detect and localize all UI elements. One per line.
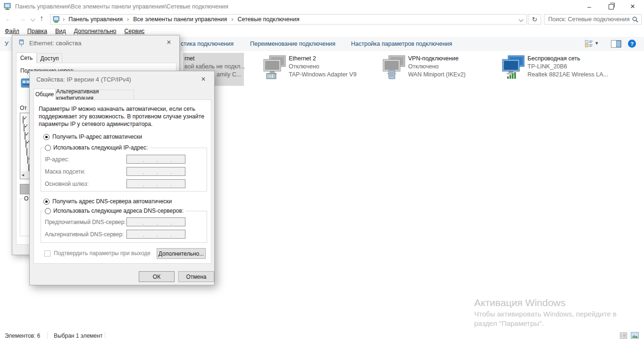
menu-file[interactable]: Файл bbox=[5, 28, 19, 34]
connection-status-fragment: вой кабель не подкл... bbox=[184, 63, 245, 70]
details-view-icon[interactable] bbox=[620, 333, 627, 339]
validate-label: Подтвердить параметры при выходе bbox=[54, 250, 151, 257]
tab-alternate-configuration[interactable]: Альтернативная конфигурация bbox=[56, 90, 134, 100]
connection-item-wireless[interactable]: Беспроводная сеть TP-LINK_20B6 Realtek 8… bbox=[501, 53, 614, 86]
manual-ip-radio[interactable] bbox=[45, 145, 51, 151]
auto-dns-label: Получить адрес DNS-сервера автоматически bbox=[52, 198, 172, 205]
large-icons-view-icon[interactable] bbox=[631, 332, 639, 339]
advanced-button[interactable]: Дополнительно... bbox=[157, 248, 206, 259]
refresh-button[interactable]: ↻ bbox=[528, 14, 541, 25]
cancel-button[interactable]: Отмена bbox=[178, 271, 214, 282]
server-icon bbox=[389, 70, 395, 79]
component-checkbox[interactable] bbox=[25, 132, 25, 140]
tab-network[interactable]: Сеть bbox=[16, 52, 37, 63]
breadcrumb-separator: › bbox=[231, 16, 233, 23]
octet-dot: . bbox=[157, 232, 158, 238]
minimize-icon: – bbox=[587, 3, 591, 10]
connection-device: Realtek 8821AE Wireless LA... bbox=[527, 71, 608, 78]
app-icon bbox=[4, 3, 11, 10]
octet-dot: . bbox=[170, 157, 172, 163]
octet-dot: . bbox=[157, 220, 158, 225]
ethernet-plug-icon bbox=[18, 39, 25, 47]
breadcrumb-network-connections[interactable]: Сетевые подключения bbox=[237, 16, 299, 23]
close-icon: × bbox=[201, 75, 205, 83]
refresh-icon: ↻ bbox=[532, 16, 537, 23]
status-bar: Элементов: 6 Выбран 1 элемент bbox=[0, 330, 644, 341]
dialog-close-button[interactable]: × bbox=[160, 35, 177, 50]
search-box[interactable] bbox=[544, 14, 642, 25]
validate-checkbox bbox=[44, 250, 50, 257]
menu-tools[interactable]: Сервис bbox=[125, 28, 145, 34]
toolbar-diagnose-fragment[interactable]: стика подключения bbox=[181, 41, 234, 47]
manual-dns-radio[interactable] bbox=[45, 208, 51, 214]
minimize-button[interactable]: – bbox=[578, 0, 600, 13]
tab-label: Общие bbox=[35, 91, 54, 98]
forward-button[interactable]: → bbox=[19, 15, 26, 23]
maximize-button[interactable] bbox=[600, 0, 622, 13]
auto-ip-radio-row[interactable]: Получить IP-адрес автоматически bbox=[43, 133, 142, 140]
ip-address-field: ... bbox=[126, 155, 185, 164]
menu-bar: Файл Правка Вид Дополнительно Сервис bbox=[5, 28, 144, 34]
preferred-dns-field: ... bbox=[126, 217, 185, 226]
octet-dot: . bbox=[157, 157, 158, 163]
address-dropdown-chevron[interactable] bbox=[519, 17, 524, 22]
search-icon[interactable] bbox=[632, 17, 638, 23]
toolbar-organize-fragment[interactable]: У bbox=[5, 41, 8, 47]
gateway-label: Основной шлюз: bbox=[45, 181, 89, 187]
dialog-title: Свойства: IP версии 4 (TCP/IPv4) bbox=[36, 76, 131, 83]
octet-dot: . bbox=[157, 169, 158, 175]
recent-locations-chevron[interactable] bbox=[31, 17, 35, 22]
preview-pane-icon[interactable] bbox=[611, 40, 621, 48]
tab-label: Сеть bbox=[20, 55, 33, 61]
octet-dot: . bbox=[142, 232, 144, 238]
status-selection: Выбран 1 элемент bbox=[54, 333, 102, 339]
tab-access[interactable]: Доступ bbox=[37, 53, 62, 63]
auto-dns-radio-row[interactable]: Получить адрес DNS-сервера автоматически bbox=[43, 198, 172, 205]
menu-view[interactable]: Вид bbox=[55, 28, 66, 34]
status-separator bbox=[47, 332, 48, 339]
alternate-dns-field: ... bbox=[126, 230, 185, 239]
manual-ip-groupbox: Использовать следующий IP-адрес: IP-адре… bbox=[41, 148, 207, 191]
menu-advanced[interactable]: Дополнительно bbox=[74, 28, 117, 34]
breadcrumb-all-items[interactable]: Все элементы панели управления bbox=[133, 16, 227, 23]
toolbar-configure-connection[interactable]: Настройка параметров подключения bbox=[351, 41, 452, 47]
auto-dns-radio[interactable] bbox=[43, 199, 50, 205]
octet-dot: . bbox=[157, 182, 158, 187]
search-input[interactable] bbox=[544, 16, 632, 23]
auto-ip-radio[interactable] bbox=[43, 134, 50, 140]
breadcrumb-control-panel[interactable]: Панель управления bbox=[68, 16, 123, 23]
component-checkbox[interactable] bbox=[26, 148, 27, 156]
dialog-title: Ethernet: свойства bbox=[29, 40, 82, 47]
intro-text: Параметры IP можно назначать автоматичес… bbox=[39, 105, 205, 128]
vpn-disabled-icon bbox=[382, 55, 408, 80]
manual-dns-radio-row[interactable]: Использовать следующие адреса DNS-сервер… bbox=[43, 208, 185, 214]
component-checkbox[interactable] bbox=[23, 116, 24, 124]
up-button[interactable]: ↑ bbox=[40, 14, 43, 23]
view-options-caret-icon[interactable]: ▾ bbox=[595, 40, 598, 46]
manual-ip-radio-row[interactable]: Использовать следующий IP-адрес: bbox=[43, 144, 150, 151]
help-button[interactable]: ? bbox=[628, 40, 636, 48]
cancel-button-label: Отмена bbox=[186, 274, 206, 280]
subnet-mask-field: ... bbox=[126, 167, 185, 176]
scroll-left-icon[interactable]: ◂ bbox=[22, 172, 24, 177]
connection-item-ethernet2[interactable]: Ethernet 2 Отключено TAP-Windows Adapter… bbox=[262, 53, 370, 86]
ok-button[interactable]: ОК bbox=[139, 271, 175, 282]
address-row: ← → ↑ › Панель управления › Все элементы… bbox=[0, 13, 644, 26]
dialog-close-button[interactable]: × bbox=[194, 72, 212, 86]
connection-name: VPN-подключение bbox=[408, 55, 459, 62]
view-options-icon[interactable] bbox=[585, 40, 593, 47]
component-checkbox[interactable] bbox=[27, 156, 28, 164]
breadcrumb-separator: › bbox=[127, 16, 129, 23]
back-button[interactable]: ← bbox=[5, 15, 12, 23]
general-tab-page: Параметры IP можно назначать автоматичес… bbox=[33, 100, 211, 264]
component-checkbox[interactable] bbox=[25, 140, 26, 148]
octet-dot: . bbox=[170, 169, 172, 175]
menu-edit[interactable]: Правка bbox=[27, 28, 47, 34]
tab-general[interactable]: Общие bbox=[33, 89, 56, 100]
component-checkbox[interactable] bbox=[24, 124, 25, 132]
toolbar-rename-connection[interactable]: Переименование подключения bbox=[250, 41, 335, 47]
close-button[interactable]: × bbox=[622, 0, 644, 13]
wifi-connected-icon bbox=[502, 55, 527, 80]
connection-item-vpn[interactable]: VPN-подключение Отключено WAN Miniport (… bbox=[381, 53, 492, 86]
address-bar[interactable]: › Панель управления › Все элементы панел… bbox=[50, 14, 527, 25]
